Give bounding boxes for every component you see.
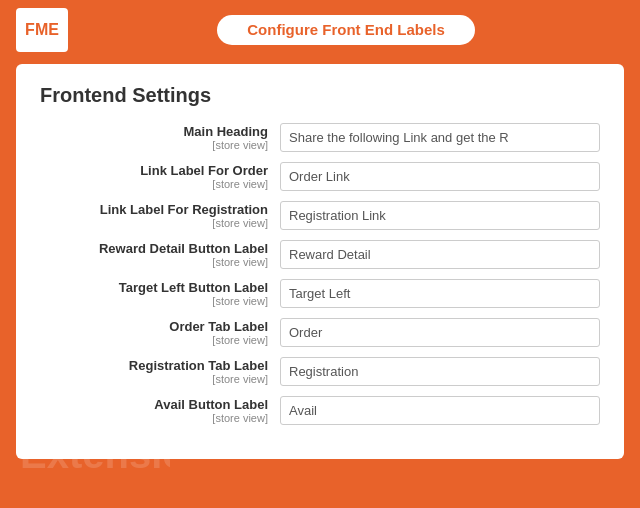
- form-label-col: Reward Detail Button Label[store view]: [40, 241, 280, 268]
- link-label-order-input[interactable]: [280, 162, 600, 191]
- form-input-col: [280, 318, 600, 347]
- form-label-sub: [store view]: [40, 295, 268, 307]
- logo: FME: [16, 8, 68, 52]
- form-row: Link Label For Registration[store view]: [40, 201, 600, 230]
- form-label-sub: [store view]: [40, 178, 268, 190]
- form-label-main: Link Label For Registration: [40, 202, 268, 217]
- form-row: Avail Button Label[store view]: [40, 396, 600, 425]
- form-label-col: Registration Tab Label[store view]: [40, 358, 280, 385]
- avail-button-label-input[interactable]: [280, 396, 600, 425]
- form-row: Reward Detail Button Label[store view]: [40, 240, 600, 269]
- main-heading-input[interactable]: [280, 123, 600, 152]
- form-label-col: Link Label For Order[store view]: [40, 163, 280, 190]
- form-row: Main Heading[store view]: [40, 123, 600, 152]
- form-label-main: Order Tab Label: [40, 319, 268, 334]
- form-label-main: Registration Tab Label: [40, 358, 268, 373]
- form-row: Target Left Button Label[store view]: [40, 279, 600, 308]
- registration-tab-label-input[interactable]: [280, 357, 600, 386]
- form-row: Order Tab Label[store view]: [40, 318, 600, 347]
- logo-text: FME: [25, 22, 59, 38]
- card-title: Frontend Settings: [40, 84, 600, 107]
- form-label-main: Avail Button Label: [40, 397, 268, 412]
- form-input-col: [280, 123, 600, 152]
- form-label-main: Main Heading: [40, 124, 268, 139]
- form-label-col: Avail Button Label[store view]: [40, 397, 280, 424]
- form-label-main: Link Label For Order: [40, 163, 268, 178]
- target-left-button-label-input[interactable]: [280, 279, 600, 308]
- form-row: Registration Tab Label[store view]: [40, 357, 600, 386]
- header-title-pill: Configure Front End Labels: [217, 15, 475, 45]
- app-header: FME Configure Front End Labels: [0, 0, 640, 60]
- form-input-col: [280, 279, 600, 308]
- form-label-sub: [store view]: [40, 334, 268, 346]
- form-label-col: Main Heading[store view]: [40, 124, 280, 151]
- reward-detail-button-label-input[interactable]: [280, 240, 600, 269]
- form-input-col: [280, 240, 600, 269]
- form-input-col: [280, 396, 600, 425]
- form-row: Link Label For Order[store view]: [40, 162, 600, 191]
- form-input-col: [280, 162, 600, 191]
- form-label-main: Target Left Button Label: [40, 280, 268, 295]
- main-card: Frontend Settings Main Heading[store vie…: [16, 64, 624, 459]
- form-label-sub: [store view]: [40, 256, 268, 268]
- form-label-col: Order Tab Label[store view]: [40, 319, 280, 346]
- form-label-col: Target Left Button Label[store view]: [40, 280, 280, 307]
- header-title: Configure Front End Labels: [247, 21, 445, 38]
- order-tab-label-input[interactable]: [280, 318, 600, 347]
- form-label-sub: [store view]: [40, 217, 268, 229]
- form-input-col: [280, 357, 600, 386]
- form-label-sub: [store view]: [40, 373, 268, 385]
- form-label-sub: [store view]: [40, 412, 268, 424]
- form-input-col: [280, 201, 600, 230]
- form-label-main: Reward Detail Button Label: [40, 241, 268, 256]
- form-rows: Main Heading[store view]Link Label For O…: [40, 123, 600, 425]
- link-label-registration-input[interactable]: [280, 201, 600, 230]
- header-title-area: Configure Front End Labels: [68, 15, 624, 45]
- form-label-col: Link Label For Registration[store view]: [40, 202, 280, 229]
- form-label-sub: [store view]: [40, 139, 268, 151]
